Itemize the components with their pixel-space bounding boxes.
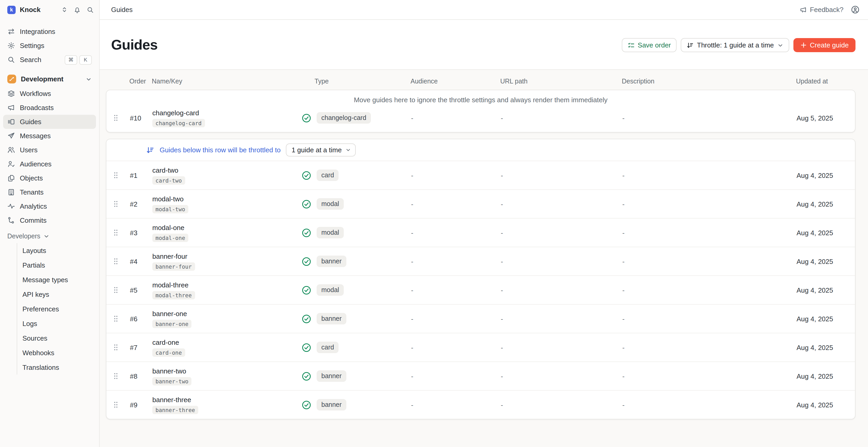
throttle-amount-select[interactable]: 1 guide at a time — [286, 143, 356, 157]
sidebar-item-commits[interactable]: Commits — [3, 213, 96, 227]
drag-handle[interactable] — [106, 401, 125, 408]
guide-description: - — [620, 257, 794, 265]
sidebar-item-partials[interactable]: Partials — [17, 258, 96, 272]
developers-section-toggle[interactable]: Developers — [3, 229, 96, 243]
drag-handle[interactable] — [106, 258, 125, 265]
check-circle-icon — [302, 343, 311, 352]
nav-item-label: Commits — [20, 217, 47, 224]
guide-name-key: modal-onemodal-one — [148, 219, 301, 247]
account-avatar-icon[interactable] — [851, 5, 860, 14]
guide-audience: - — [408, 286, 498, 294]
guide-row[interactable]: #1card-twocard-twocard---Aug 4, 2025 — [106, 161, 855, 189]
environment-label: Development — [21, 75, 63, 83]
guide-row[interactable]: #4banner-fourbanner-fourbanner---Aug 4, … — [106, 247, 855, 276]
guide-url-path: - — [498, 257, 620, 265]
guide-updated-at: Aug 4, 2025 — [794, 229, 855, 236]
guide-updated-at: Aug 4, 2025 — [794, 401, 855, 409]
sidebar-item-audiences[interactable]: Audiences — [3, 157, 96, 171]
sidebar-item-workflows[interactable]: Workflows — [3, 87, 96, 101]
page-title: Guides — [111, 37, 622, 53]
sidebar-item-translations[interactable]: Translations — [17, 360, 96, 375]
create-guide-button[interactable]: Create guide — [793, 38, 856, 52]
feedback-megaphone-icon — [799, 6, 807, 13]
search-icon — [7, 56, 15, 64]
sidebar-item-analytics[interactable]: Analytics — [3, 199, 96, 213]
drag-handle[interactable] — [106, 114, 125, 122]
sidebar-item-messages[interactable]: Messages — [3, 129, 96, 143]
nav-item-label: Broadcasts — [20, 104, 54, 111]
guide-name: card-two — [152, 166, 178, 174]
guide-name: banner-three — [152, 395, 191, 404]
plus-icon — [800, 42, 807, 49]
guide-key: banner-four — [152, 262, 195, 270]
topbar: Guides Feedback? — [100, 0, 868, 20]
sidebar-item-users[interactable]: Users — [3, 143, 96, 157]
workspace-header: k Knock — [0, 0, 99, 19]
check-circle-icon — [302, 199, 311, 209]
sidebar-item-guides[interactable]: Guides — [3, 115, 96, 129]
main-area: Guides Feedback? Guides Save order Throt… — [100, 0, 868, 447]
guide-row[interactable]: #10changelog-cardchangelog-cardchangelog… — [106, 104, 855, 132]
users-icon — [7, 146, 15, 154]
sidebar-item-tenants[interactable]: Tenants — [3, 185, 96, 199]
create-guide-label: Create guide — [810, 41, 849, 49]
unthrottled-group-card: Move guides here to ignore the throttle … — [106, 90, 856, 132]
sidebar-item-logs[interactable]: Logs — [17, 316, 96, 331]
sidebar-item-integrations[interactable]: Integrations — [3, 25, 96, 39]
drag-handle[interactable] — [106, 200, 125, 207]
guide-row[interactable]: #5modal-threemodal-threemodal---Aug 4, 2… — [106, 276, 855, 304]
guide-url-path: - — [498, 286, 620, 294]
workspace-switcher-icon[interactable] — [61, 6, 68, 13]
drag-handle[interactable] — [106, 286, 125, 294]
guide-row[interactable]: #9banner-threebanner-threebanner---Aug 4… — [106, 390, 855, 419]
guide-updated-at: Aug 4, 2025 — [794, 200, 855, 208]
nav-item-label: Sources — [23, 334, 47, 342]
sidebar-item-preferences[interactable]: Preferences — [17, 301, 96, 316]
guide-type-cell: changelog-card — [301, 112, 408, 124]
save-order-label: Save order — [638, 41, 671, 49]
guide-audience: - — [408, 372, 498, 380]
guide-row[interactable]: #8banner-twobanner-twobanner---Aug 4, 20… — [106, 361, 855, 390]
column-header-order: Order — [125, 78, 148, 85]
guide-row[interactable]: #2modal-twomodal-twomodal---Aug 4, 2025 — [106, 189, 855, 218]
nav-item-label: Layouts — [23, 247, 46, 254]
guide-key: modal-two — [152, 205, 188, 213]
sidebar-item-settings[interactable]: Settings — [3, 39, 96, 53]
guide-type-badge: card — [317, 169, 339, 181]
guide-order: #8 — [125, 372, 148, 380]
sidebar: k Knock IntegrationsSettingsSearch⌘KDeve… — [0, 0, 100, 447]
guide-row[interactable]: #3modal-onemodal-onemodal---Aug 4, 2025 — [106, 218, 855, 247]
sidebar-item-search[interactable]: Search⌘K — [3, 53, 96, 67]
guide-row[interactable]: #7card-onecard-onecard---Aug 4, 2025 — [106, 333, 855, 361]
feedback-button[interactable]: Feedback? — [799, 6, 843, 13]
guide-description: - — [620, 286, 794, 294]
drag-handle[interactable] — [106, 229, 125, 236]
sidebar-item-broadcasts[interactable]: Broadcasts — [3, 101, 96, 115]
guide-row[interactable]: #6banner-onebanner-onebanner---Aug 4, 20… — [106, 304, 855, 333]
guide-description: - — [620, 200, 794, 208]
throttle-select[interactable]: Throttle: 1 guide at a time — [681, 38, 789, 52]
drag-handle[interactable] — [106, 171, 125, 179]
drag-handle[interactable] — [106, 315, 125, 322]
guide-name-key: banner-threebanner-three — [148, 391, 301, 419]
sidebar-nav: IntegrationsSettingsSearch⌘KDevelopmentW… — [0, 19, 99, 375]
sidebar-item-message-types[interactable]: Message types — [17, 272, 96, 287]
sidebar-item-objects[interactable]: Objects — [3, 171, 96, 185]
guide-url-path: - — [498, 372, 620, 380]
sidebar-item-api-keys[interactable]: API keys — [17, 287, 96, 301]
check-circle-icon — [302, 371, 311, 381]
save-order-button[interactable]: Save order — [622, 38, 677, 52]
nav-item-label: Messages — [20, 132, 51, 140]
drag-handle[interactable] — [106, 344, 125, 351]
sidebar-item-sources[interactable]: Sources — [17, 331, 96, 345]
drag-handle[interactable] — [106, 373, 125, 380]
environment-switcher[interactable]: Development — [3, 71, 96, 87]
sidebar-item-webhooks[interactable]: Webhooks — [17, 345, 96, 360]
notifications-bell-icon[interactable] — [73, 6, 81, 13]
guide-audience: - — [408, 229, 498, 236]
pages-icon — [7, 174, 15, 182]
nav-item-label: Guides — [20, 118, 41, 126]
search-icon[interactable] — [87, 6, 94, 13]
chevron-down-icon — [86, 76, 92, 82]
sidebar-item-layouts[interactable]: Layouts — [17, 243, 96, 258]
